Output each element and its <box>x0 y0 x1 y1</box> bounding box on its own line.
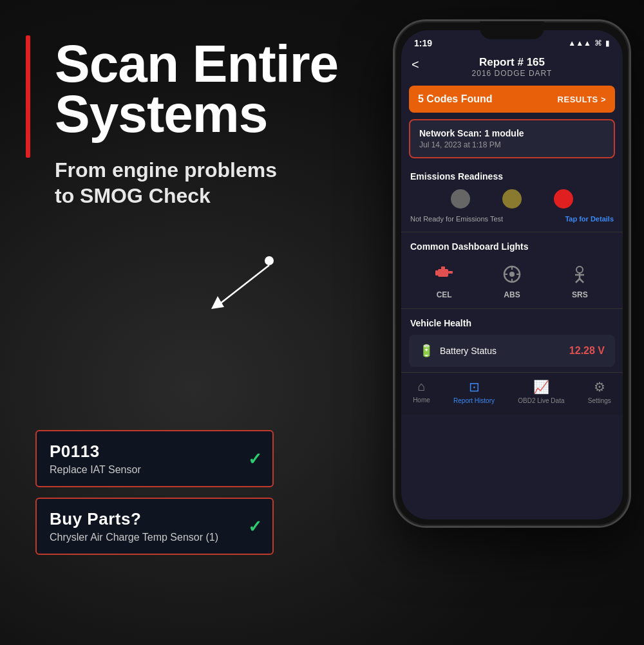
battery-voltage-value: 12.28 V <box>569 345 605 357</box>
nav-item-obd2[interactable]: 📈 OBD2 Live Data <box>518 379 564 404</box>
report-history-nav-label: Report History <box>453 397 495 404</box>
phone-notch <box>480 21 544 39</box>
svg-line-1 <box>219 265 269 304</box>
red-accent-bar <box>26 35 30 158</box>
subheadline: From engine problems to SMOG Check <box>39 157 341 209</box>
emissions-dot-gray <box>451 189 470 209</box>
divider-2 <box>401 308 623 309</box>
srs-icon <box>567 262 592 286</box>
status-icons: ▲▲▲ ⌘ ▮ <box>568 39 610 48</box>
report-subtitle: 2016 DODGE DART <box>414 69 610 78</box>
status-time: 1:19 <box>414 38 432 48</box>
srs-label: SRS <box>572 290 588 299</box>
codes-found-label: 5 Codes Found <box>418 93 493 105</box>
emissions-dot-red <box>554 189 573 209</box>
nav-item-report-history[interactable]: ⊡ Report History <box>453 379 495 404</box>
signal-icon: ▲▲▲ <box>568 39 591 48</box>
phone-screen: 1:19 ▲▲▲ ⌘ ▮ < Report # 165 2016 DODGE D… <box>401 30 623 519</box>
svg-rect-4 <box>438 269 448 277</box>
dash-item-abs[interactable]: ABS <box>500 262 524 299</box>
headline: Scan Entire Systems <box>39 39 341 139</box>
tap-details-button[interactable]: Tap for Details <box>565 215 614 223</box>
battery-icon-vehicle: 🔋 <box>419 344 433 358</box>
settings-nav-label: Settings <box>588 397 611 404</box>
codes-banner[interactable]: 5 Codes Found RESULTS > <box>409 86 615 113</box>
subheadline-text: From engine problems to SMOG Check <box>55 157 341 209</box>
divider-1 <box>401 232 623 232</box>
abs-label: ABS <box>504 290 520 299</box>
scan-card-date: Jul 14, 2023 at 1:18 PM <box>419 140 605 149</box>
nav-item-home[interactable]: ⌂ Home <box>413 379 430 404</box>
headline-text: Scan Entire Systems <box>55 39 341 139</box>
obd2-nav-label: OBD2 Live Data <box>518 397 564 404</box>
abs-icon <box>500 262 524 286</box>
report-header: < Report # 165 2016 DODGE DART <box>401 51 623 86</box>
vehicle-health-label: Vehicle Health <box>401 312 623 332</box>
svg-point-13 <box>576 266 583 273</box>
dash-item-cel[interactable]: CEL <box>432 262 457 299</box>
home-icon: ⌂ <box>417 379 425 394</box>
emissions-dot-olive <box>502 189 522 209</box>
dashboard-section-label: Common Dashboard Lights <box>401 235 623 256</box>
emissions-footer: Not Ready for Emissions Test Tap for Det… <box>401 212 623 229</box>
svg-point-0 <box>265 256 274 265</box>
obd2-icon: 📈 <box>533 379 549 395</box>
settings-icon: ⚙ <box>594 379 605 395</box>
bottom-navigation: ⌂ Home ⊡ Report History 📈 OBD2 Live Data… <box>401 372 623 415</box>
emissions-dots-row <box>401 185 623 212</box>
back-button[interactable]: < <box>412 57 419 72</box>
cel-label: CEL <box>437 290 452 299</box>
battery-left: 🔋 Battery Status <box>419 344 497 358</box>
wifi-icon: ⌘ <box>594 39 602 48</box>
results-button[interactable]: RESULTS > <box>558 95 606 104</box>
phone-wrapper: 1:19 ▲▲▲ ⌘ ▮ < Report # 165 2016 DODGE D… <box>393 19 631 528</box>
dash-item-srs[interactable]: SRS <box>567 262 592 299</box>
cel-icon <box>432 262 457 286</box>
battery-status-row[interactable]: 🔋 Battery Status 12.28 V <box>409 335 615 367</box>
left-panel: Scan Entire Systems From engine problems… <box>0 0 367 645</box>
home-nav-label: Home <box>413 397 430 404</box>
nav-item-settings[interactable]: ⚙ Settings <box>588 379 611 404</box>
svg-line-16 <box>576 279 580 283</box>
svg-point-8 <box>509 272 515 277</box>
report-title: Report # 165 <box>414 56 610 69</box>
battery-status-label: Battery Status <box>440 346 497 356</box>
svg-rect-6 <box>441 266 445 270</box>
svg-line-17 <box>580 279 583 283</box>
svg-rect-5 <box>448 271 453 274</box>
svg-rect-3 <box>435 270 438 276</box>
scan-card[interactable]: Network Scan: 1 module Jul 14, 2023 at 1… <box>409 119 615 158</box>
emissions-section-label: Emissions Readiness <box>401 165 623 185</box>
phone-device: 1:19 ▲▲▲ ⌘ ▮ < Report # 165 2016 DODGE D… <box>393 19 631 528</box>
emissions-not-ready-text: Not Ready for Emissions Test <box>410 215 503 223</box>
scan-card-title: Network Scan: 1 module <box>419 128 605 138</box>
dashboard-lights-row: CEL ABS <box>401 256 623 306</box>
report-history-icon: ⊡ <box>469 379 480 395</box>
arrow-pointer <box>200 254 277 312</box>
battery-icon-status: ▮ <box>605 39 610 48</box>
